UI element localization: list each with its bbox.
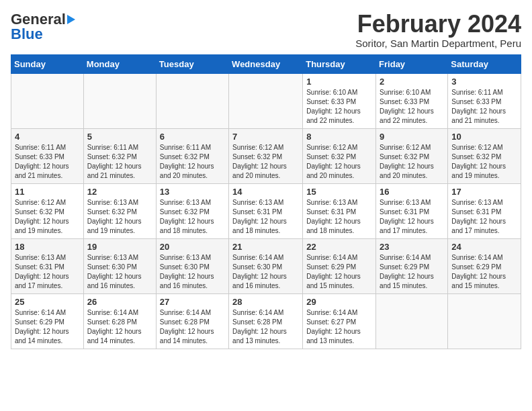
logo-blue: Blue	[11, 26, 43, 43]
calendar-cell: 26Sunrise: 6:14 AM Sunset: 6:28 PM Dayli…	[83, 293, 156, 349]
day-number: 23	[380, 242, 444, 252]
day-number: 5	[87, 132, 152, 142]
cell-sun-info: Sunrise: 6:14 AM Sunset: 6:29 PM Dayligh…	[380, 253, 444, 291]
cell-sun-info: Sunrise: 6:11 AM Sunset: 6:33 PM Dayligh…	[15, 143, 80, 181]
calendar-cell: 29Sunrise: 6:14 AM Sunset: 6:27 PM Dayli…	[303, 293, 376, 349]
calendar-cell: 1Sunrise: 6:10 AM Sunset: 6:33 PM Daylig…	[303, 73, 376, 128]
cell-sun-info: Sunrise: 6:11 AM Sunset: 6:32 PM Dayligh…	[160, 143, 225, 181]
day-number: 17	[451, 187, 517, 197]
cell-sun-info: Sunrise: 6:12 AM Sunset: 6:32 PM Dayligh…	[232, 143, 299, 181]
logo: General Blue	[11, 11, 75, 43]
cell-sun-info: Sunrise: 6:13 AM Sunset: 6:31 PM Dayligh…	[306, 198, 372, 236]
calendar-cell: 21Sunrise: 6:14 AM Sunset: 6:30 PM Dayli…	[229, 238, 303, 293]
calendar-cell	[229, 73, 303, 128]
weekday-header-sunday: Sunday	[11, 54, 84, 73]
calendar-cell: 20Sunrise: 6:13 AM Sunset: 6:30 PM Dayli…	[156, 238, 228, 293]
cell-sun-info: Sunrise: 6:14 AM Sunset: 6:28 PM Dayligh…	[160, 308, 225, 346]
calendar-cell: 10Sunrise: 6:12 AM Sunset: 6:32 PM Dayli…	[448, 128, 521, 183]
calendar-cell: 11Sunrise: 6:12 AM Sunset: 6:32 PM Dayli…	[11, 183, 84, 238]
calendar-cell	[11, 73, 84, 128]
cell-sun-info: Sunrise: 6:11 AM Sunset: 6:32 PM Dayligh…	[87, 143, 152, 181]
calendar-cell: 5Sunrise: 6:11 AM Sunset: 6:32 PM Daylig…	[83, 128, 156, 183]
calendar-cell: 7Sunrise: 6:12 AM Sunset: 6:32 PM Daylig…	[229, 128, 303, 183]
day-number: 4	[15, 132, 80, 142]
cell-sun-info: Sunrise: 6:11 AM Sunset: 6:33 PM Dayligh…	[451, 88, 517, 126]
calendar-cell	[448, 293, 521, 349]
week-row-5: 25Sunrise: 6:14 AM Sunset: 6:29 PM Dayli…	[11, 293, 521, 349]
cell-sun-info: Sunrise: 6:12 AM Sunset: 6:32 PM Dayligh…	[380, 143, 444, 181]
calendar-cell: 17Sunrise: 6:13 AM Sunset: 6:31 PM Dayli…	[448, 183, 521, 238]
cell-sun-info: Sunrise: 6:14 AM Sunset: 6:29 PM Dayligh…	[451, 253, 517, 291]
calendar-cell: 8Sunrise: 6:12 AM Sunset: 6:32 PM Daylig…	[303, 128, 376, 183]
calendar-cell: 4Sunrise: 6:11 AM Sunset: 6:33 PM Daylig…	[11, 128, 84, 183]
calendar-cell: 28Sunrise: 6:14 AM Sunset: 6:28 PM Dayli…	[229, 293, 303, 349]
cell-sun-info: Sunrise: 6:12 AM Sunset: 6:32 PM Dayligh…	[306, 143, 372, 181]
month-year-title: February 2024	[355, 11, 521, 38]
calendar-cell: 24Sunrise: 6:14 AM Sunset: 6:29 PM Dayli…	[448, 238, 521, 293]
calendar-table: SundayMondayTuesdayWednesdayThursdayFrid…	[11, 54, 521, 349]
calendar-cell: 22Sunrise: 6:14 AM Sunset: 6:29 PM Dayli…	[303, 238, 376, 293]
weekday-header-wednesday: Wednesday	[229, 54, 303, 73]
calendar-cell: 18Sunrise: 6:13 AM Sunset: 6:31 PM Dayli…	[11, 238, 84, 293]
day-number: 2	[380, 77, 444, 87]
cell-sun-info: Sunrise: 6:12 AM Sunset: 6:32 PM Dayligh…	[15, 198, 80, 236]
week-row-4: 18Sunrise: 6:13 AM Sunset: 6:31 PM Dayli…	[11, 238, 521, 293]
calendar-cell: 14Sunrise: 6:13 AM Sunset: 6:31 PM Dayli…	[229, 183, 303, 238]
cell-sun-info: Sunrise: 6:12 AM Sunset: 6:32 PM Dayligh…	[451, 143, 517, 181]
location-subtitle: Soritor, San Martin Department, Peru	[355, 38, 521, 49]
cell-sun-info: Sunrise: 6:13 AM Sunset: 6:31 PM Dayligh…	[451, 198, 517, 236]
weekday-header-saturday: Saturday	[448, 54, 521, 73]
title-area: February 2024 Soritor, San Martin Depart…	[355, 11, 521, 49]
cell-sun-info: Sunrise: 6:14 AM Sunset: 6:29 PM Dayligh…	[306, 253, 372, 291]
day-number: 1	[306, 77, 372, 87]
day-number: 16	[380, 187, 444, 197]
calendar-cell: 9Sunrise: 6:12 AM Sunset: 6:32 PM Daylig…	[376, 128, 448, 183]
day-number: 6	[160, 132, 225, 142]
calendar-cell: 23Sunrise: 6:14 AM Sunset: 6:29 PM Dayli…	[376, 238, 448, 293]
calendar-cell: 15Sunrise: 6:13 AM Sunset: 6:31 PM Dayli…	[303, 183, 376, 238]
calendar-cell: 2Sunrise: 6:10 AM Sunset: 6:33 PM Daylig…	[376, 73, 448, 128]
week-row-2: 4Sunrise: 6:11 AM Sunset: 6:33 PM Daylig…	[11, 128, 521, 183]
day-number: 18	[15, 242, 80, 252]
calendar-cell: 6Sunrise: 6:11 AM Sunset: 6:32 PM Daylig…	[156, 128, 228, 183]
cell-sun-info: Sunrise: 6:10 AM Sunset: 6:33 PM Dayligh…	[380, 88, 444, 126]
day-number: 12	[87, 187, 152, 197]
calendar-cell: 19Sunrise: 6:13 AM Sunset: 6:30 PM Dayli…	[83, 238, 156, 293]
day-number: 8	[306, 132, 372, 142]
day-number: 11	[15, 187, 80, 197]
day-number: 15	[306, 187, 372, 197]
day-number: 9	[380, 132, 444, 142]
cell-sun-info: Sunrise: 6:13 AM Sunset: 6:31 PM Dayligh…	[15, 253, 80, 291]
cell-sun-info: Sunrise: 6:14 AM Sunset: 6:28 PM Dayligh…	[87, 308, 152, 346]
cell-sun-info: Sunrise: 6:13 AM Sunset: 6:32 PM Dayligh…	[160, 198, 225, 236]
day-number: 14	[232, 187, 299, 197]
day-number: 29	[306, 297, 372, 307]
weekday-header-friday: Friday	[376, 54, 448, 73]
cell-sun-info: Sunrise: 6:10 AM Sunset: 6:33 PM Dayligh…	[306, 88, 372, 126]
cell-sun-info: Sunrise: 6:13 AM Sunset: 6:31 PM Dayligh…	[380, 198, 444, 236]
calendar-cell	[156, 73, 228, 128]
calendar-cell: 13Sunrise: 6:13 AM Sunset: 6:32 PM Dayli…	[156, 183, 228, 238]
calendar-cell: 3Sunrise: 6:11 AM Sunset: 6:33 PM Daylig…	[448, 73, 521, 128]
weekday-header-row: SundayMondayTuesdayWednesdayThursdayFrid…	[11, 54, 521, 73]
calendar-cell: 12Sunrise: 6:13 AM Sunset: 6:32 PM Dayli…	[83, 183, 156, 238]
cell-sun-info: Sunrise: 6:13 AM Sunset: 6:31 PM Dayligh…	[232, 198, 299, 236]
weekday-header-monday: Monday	[83, 54, 156, 73]
weekday-header-tuesday: Tuesday	[156, 54, 228, 73]
calendar-cell: 16Sunrise: 6:13 AM Sunset: 6:31 PM Dayli…	[376, 183, 448, 238]
calendar-cell	[376, 293, 448, 349]
cell-sun-info: Sunrise: 6:14 AM Sunset: 6:27 PM Dayligh…	[306, 308, 372, 346]
day-number: 13	[160, 187, 225, 197]
week-row-1: 1Sunrise: 6:10 AM Sunset: 6:33 PM Daylig…	[11, 73, 521, 128]
cell-sun-info: Sunrise: 6:13 AM Sunset: 6:32 PM Dayligh…	[87, 198, 152, 236]
day-number: 24	[451, 242, 517, 252]
day-number: 27	[160, 297, 225, 307]
weekday-header-thursday: Thursday	[303, 54, 376, 73]
day-number: 25	[15, 297, 80, 307]
cell-sun-info: Sunrise: 6:14 AM Sunset: 6:28 PM Dayligh…	[232, 308, 299, 346]
day-number: 28	[232, 297, 299, 307]
day-number: 3	[451, 77, 517, 87]
day-number: 19	[87, 242, 152, 252]
calendar-cell: 25Sunrise: 6:14 AM Sunset: 6:29 PM Dayli…	[11, 293, 84, 349]
calendar-cell	[83, 73, 156, 128]
